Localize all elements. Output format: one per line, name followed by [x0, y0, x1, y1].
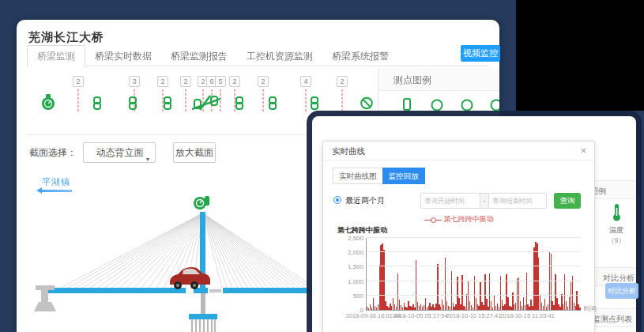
chart-legend[interactable]: 第七跨跨中振动 — [323, 214, 594, 224]
gridline — [367, 237, 581, 238]
close-icon[interactable]: × — [580, 145, 586, 157]
sensor-dash-line — [263, 89, 264, 111]
legend-sensor-icon — [401, 98, 413, 111]
sensor-dash-line — [78, 89, 79, 111]
radio-label: 最近两个月 — [345, 195, 385, 206]
chain-link-icon[interactable] — [128, 96, 138, 113]
chain-link-icon[interactable] — [235, 96, 245, 113]
legend-sensor-icon — [461, 98, 473, 111]
sensor-icon-row: 23222652242 — [17, 69, 376, 115]
dialog-tabs: 实时曲线图监控回放 — [333, 168, 425, 184]
video-blank-area — [516, 0, 644, 111]
sensor-count-badge: 2 — [157, 76, 168, 87]
secondary-window: 测点图例 温度 （9） 对比分析 对比分析 监测点列表 实时曲线 × 实时曲线图… — [312, 116, 636, 332]
sensor-count-badge: 2 — [180, 76, 191, 87]
sensor-count-badge: 2 — [229, 76, 240, 87]
sensor-count: （9） — [603, 236, 630, 246]
legend-sensor-icon — [490, 98, 499, 111]
legend-panel: 测点图例 — [378, 69, 499, 111]
dialog-tab-1[interactable]: 监控回放 — [382, 168, 425, 184]
dialog-tab-0[interactable]: 实时曲线图 — [333, 168, 383, 184]
tab-1[interactable]: 桥梁实时数据 — [85, 46, 161, 67]
sidebar-compare-title: 对比分析 — [603, 273, 635, 284]
y-axis-tick: 2,000 — [348, 249, 363, 256]
section-select-label: 截面选择： — [29, 146, 77, 160]
gridline — [367, 251, 581, 252]
sensor-label: 温度 — [603, 225, 630, 236]
radio-last-two-months[interactable] — [333, 196, 341, 204]
sensor-dash-line — [306, 89, 307, 111]
section-select-value: 动态背立面 — [96, 147, 143, 158]
dialog-header: 实时曲线 × — [323, 141, 594, 160]
sensor-dash-line — [342, 89, 343, 111]
left-abutment — [34, 285, 56, 311]
chevron-down-icon: ▼ — [145, 150, 151, 169]
x-axis-name: 时间 — [584, 304, 597, 313]
legend-label: 第七跨跨中振动 — [444, 215, 494, 223]
legend-sensor-icon — [431, 98, 443, 111]
query-end-time-input[interactable] — [488, 193, 547, 209]
legend-panel-title: 测点图例 — [378, 69, 499, 91]
thermometer-icon — [611, 203, 623, 221]
chain-link-icon[interactable] — [92, 96, 103, 113]
y-axis-tick: 1,000 — [348, 277, 363, 285]
chart-plot-area: 时间 05001,0001,5002,0002,5002018-09-30 16… — [366, 238, 581, 311]
y-axis-tick: 500 — [353, 292, 363, 299]
enlarge-section-button[interactable]: 放大截面 — [173, 142, 216, 163]
x-axis-tick: 2018-10-05 05:17:54 — [393, 312, 448, 319]
sensor-count-badge: 3 — [129, 76, 140, 87]
bridge-deck — [45, 288, 315, 293]
chain-link-icon[interactable] — [310, 96, 320, 113]
video-monitor-button[interactable]: 视频监控 — [461, 45, 500, 62]
y-axis-tick: 1,500 — [348, 263, 363, 270]
query-row: 最近两个月 - 查询 — [323, 192, 594, 209]
bar — [437, 264, 438, 310]
page-title: 芜湖长江大桥 — [28, 30, 104, 45]
sidebar-list-title: 监测点列表 — [593, 314, 632, 325]
y-axis-tick: 2,500 — [348, 235, 363, 242]
legend-marker-icon — [424, 217, 442, 223]
main-tabbar: 桥梁监测桥梁实时数据桥梁监测报告工控机资源监测桥梁系统报警 — [27, 45, 489, 66]
tower-gauge-icon — [194, 196, 209, 209]
query-button[interactable]: 查询 — [554, 193, 581, 209]
sensor-dash-line — [186, 89, 186, 111]
sensor-count-badge: 2 — [337, 76, 348, 87]
bridge-diagram: 平湖镇 — [23, 174, 323, 332]
gridline — [367, 281, 581, 281]
ban-icon[interactable] — [360, 96, 374, 113]
tab-2[interactable]: 桥梁监测报告 — [161, 46, 237, 67]
bridge-drawing — [23, 185, 323, 332]
x-axis-tick: 2018-10-10 15:27:41 — [446, 312, 502, 319]
section-controls: 截面选择： 动态背立面 ▼ 放大截面 — [29, 142, 216, 163]
legend-panel-icons — [378, 91, 499, 111]
chain-link-icon[interactable] — [163, 96, 173, 113]
x-axis-tick: 2018-10-15 11:03:41 — [500, 312, 555, 319]
bar — [579, 307, 580, 310]
dialog-title: 实时曲线 — [332, 146, 365, 157]
chain-link-icon[interactable] — [268, 96, 278, 113]
sensor-count-badge: 5 — [215, 76, 226, 87]
realtime-curve-dialog: 实时曲线 × 实时曲线图监控回放 最近两个月 - 查询 第七跨跨中振动 第七跨跨… — [322, 141, 595, 332]
pile-hatching — [192, 319, 215, 332]
vibration-chart: 第七跨跨中振动 时间 05001,0001,5002,0002,5002018-… — [333, 225, 586, 330]
sensor-count-badge: 2 — [73, 76, 84, 87]
temperature-sensor-cell[interactable]: 温度 （9） — [603, 203, 630, 246]
timer-gauge-icon[interactable] — [40, 93, 56, 114]
gantry-sensor-icon[interactable] — [192, 95, 220, 114]
sensor-count-badge: 2 — [258, 76, 269, 87]
query-start-time-input[interactable] — [420, 193, 480, 209]
section-select-dropdown[interactable]: 动态背立面 ▼ — [83, 142, 156, 163]
tab-0[interactable]: 桥梁监测 — [27, 45, 85, 66]
sensor-count-badge: 4 — [300, 76, 311, 87]
gridline — [367, 295, 581, 296]
compare-analysis-button[interactable]: 对比分析 — [605, 283, 638, 299]
tab-3[interactable]: 工控机资源监测 — [237, 46, 322, 67]
gridline — [367, 266, 581, 266]
tab-4[interactable]: 桥梁系统报警 — [322, 46, 398, 67]
